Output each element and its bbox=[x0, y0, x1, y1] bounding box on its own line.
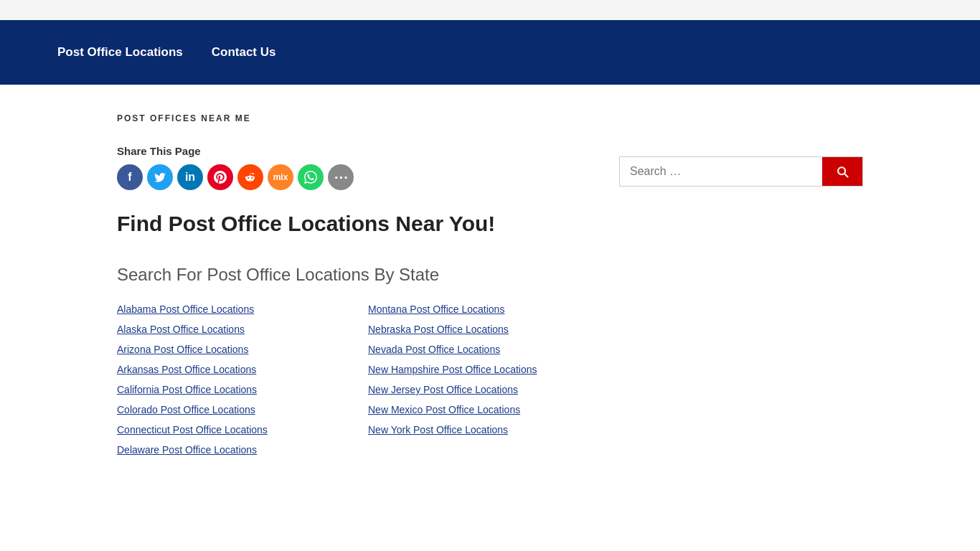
twitter-share-icon[interactable] bbox=[147, 164, 173, 190]
state-links-col1: Alabama Post Office Locations Alaska Pos… bbox=[117, 299, 339, 460]
state-link-nevada[interactable]: Nevada Post Office Locations bbox=[368, 344, 500, 355]
state-link-new-mexico[interactable]: New Mexico Post Office Locations bbox=[368, 404, 520, 415]
sidebar bbox=[619, 113, 863, 460]
state-link-nebraska[interactable]: Nebraska Post Office Locations bbox=[368, 324, 509, 335]
state-links-col2: Montana Post Office Locations Nebraska P… bbox=[368, 299, 590, 460]
state-link-alaska[interactable]: Alaska Post Office Locations bbox=[117, 324, 245, 335]
state-link-connecticut[interactable]: Connecticut Post Office Locations bbox=[117, 424, 268, 435]
state-link-delaware[interactable]: Delaware Post Office Locations bbox=[117, 444, 257, 456]
top-bar bbox=[0, 0, 980, 20]
facebook-share-icon[interactable]: f bbox=[117, 164, 143, 190]
state-link-colorado[interactable]: Colorado Post Office Locations bbox=[117, 404, 255, 415]
state-link-arkansas[interactable]: Arkansas Post Office Locations bbox=[117, 364, 256, 375]
more-share-icon[interactable]: ⋯ bbox=[328, 164, 354, 190]
whatsapp-share-icon[interactable] bbox=[298, 164, 324, 190]
state-link-montana[interactable]: Montana Post Office Locations bbox=[368, 303, 504, 315]
state-links-grid: Alabama Post Office Locations Alaska Pos… bbox=[117, 299, 590, 460]
share-title: Share This Page bbox=[117, 145, 590, 157]
state-link-new-hampshire[interactable]: New Hampshire Post Office Locations bbox=[368, 364, 537, 375]
state-link-new-jersey[interactable]: New Jersey Post Office Locations bbox=[368, 384, 518, 395]
main-heading: Find Post Office Locations Near You! bbox=[117, 212, 590, 236]
search-button[interactable] bbox=[822, 157, 862, 186]
nav-post-office-locations[interactable]: Post Office Locations bbox=[57, 38, 183, 67]
state-link-california[interactable]: California Post Office Locations bbox=[117, 384, 257, 395]
search-widget bbox=[619, 156, 863, 187]
linkedin-share-icon[interactable]: in bbox=[177, 164, 203, 190]
mix-share-icon[interactable]: mix bbox=[268, 164, 293, 190]
state-search-heading: Search For Post Office Locations By Stat… bbox=[117, 265, 590, 285]
state-link-alabama[interactable]: Alabama Post Office Locations bbox=[117, 303, 254, 315]
reddit-share-icon[interactable] bbox=[237, 164, 263, 190]
state-link-arizona[interactable]: Arizona Post Office Locations bbox=[117, 344, 248, 355]
main-nav: Post Office Locations Contact Us bbox=[0, 20, 980, 85]
page-label: POST OFFICES NEAR ME bbox=[117, 113, 590, 123]
search-input[interactable] bbox=[620, 157, 822, 186]
pinterest-share-icon[interactable] bbox=[207, 164, 233, 190]
search-box bbox=[619, 156, 863, 187]
share-section: Share This Page f in mix ⋯ bbox=[117, 145, 590, 190]
main-content: POST OFFICES NEAR ME Share This Page f i… bbox=[117, 113, 590, 460]
share-icons: f in mix ⋯ bbox=[117, 164, 590, 190]
nav-contact-us[interactable]: Contact Us bbox=[212, 38, 276, 67]
state-link-new-york[interactable]: New York Post Office Locations bbox=[368, 424, 508, 435]
